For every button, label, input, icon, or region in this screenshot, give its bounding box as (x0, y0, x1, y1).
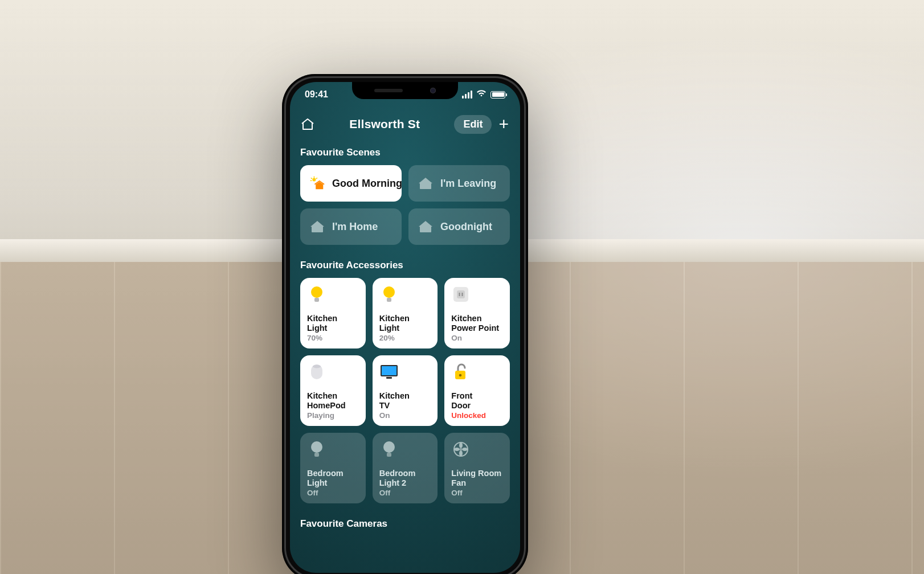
accessory-line1: Bedroom (307, 469, 359, 478)
bulb-off-icon (307, 440, 326, 459)
svg-line-3 (316, 178, 317, 179)
accessory-living-room-fan[interactable]: Living Room Fan Off (444, 433, 510, 503)
scene-good-morning[interactable]: Good Morning (300, 165, 402, 202)
fan-icon (451, 440, 471, 459)
outlet-icon (451, 285, 471, 304)
svg-point-29 (460, 448, 463, 451)
scene-im-leaving[interactable]: I'm Leaving (408, 165, 510, 202)
svg-line-2 (311, 178, 312, 179)
svg-rect-12 (462, 293, 463, 296)
bulb-on-icon (379, 285, 399, 304)
accessory-kitchen-tv[interactable]: Kitchen TV On (373, 355, 438, 426)
accessory-status: 20% (379, 334, 431, 343)
nav-bar: Ellsworth St Edit + (290, 110, 520, 138)
svg-point-20 (311, 441, 322, 453)
scene-label: I'm Home (332, 221, 378, 233)
accessory-line2: Light (379, 323, 431, 333)
accessory-kitchen-light-2[interactable]: Kitchen Light 20% (373, 278, 438, 348)
svg-point-0 (312, 178, 316, 181)
accessory-line2: Light 2 (379, 478, 431, 488)
svg-rect-23 (387, 453, 391, 457)
add-button[interactable]: + (497, 116, 510, 133)
svg-point-19 (459, 374, 462, 377)
accessory-status: On (379, 411, 431, 420)
svg-rect-10 (457, 290, 465, 298)
sunrise-house-icon (309, 175, 325, 191)
person-leaving-house-icon (418, 175, 434, 191)
accessory-line1: Kitchen (307, 391, 359, 401)
svg-point-7 (383, 286, 395, 298)
accessory-bedroom-light[interactable]: Bedroom Light Off (300, 433, 366, 503)
accessory-line2: TV (379, 401, 431, 411)
scene-im-home[interactable]: I'm Home (300, 208, 402, 245)
scene-label: I'm Leaving (440, 178, 496, 190)
home-icon[interactable] (300, 117, 315, 131)
bulb-off-icon (379, 440, 399, 459)
accessory-line2: HomePod (307, 401, 359, 411)
accessories-grid: Kitchen Light 70% Kitchen Light 20% (300, 278, 510, 503)
accessory-status: Off (307, 489, 359, 498)
lock-open-icon (451, 362, 471, 382)
accessory-line2: Light (307, 323, 359, 333)
section-title-cameras: Favourite Cameras (300, 518, 510, 530)
accessory-line1: Kitchen (451, 314, 503, 323)
accessory-line2: Light (307, 478, 359, 488)
accessory-bedroom-light-2[interactable]: Bedroom Light 2 Off (373, 433, 438, 503)
scene-goodnight[interactable]: Goodnight (408, 208, 510, 245)
section-title-scenes: Favourite Scenes (300, 147, 510, 158)
scenes-grid: Good Morning I'm Leaving I'm Home Goodni… (300, 165, 510, 245)
svg-point-27 (454, 448, 460, 451)
status-time: 09:41 (305, 89, 328, 100)
accessory-status: Off (451, 489, 503, 498)
bulb-on-icon (307, 285, 326, 304)
svg-point-14 (313, 365, 321, 368)
accessory-kitchen-power-point[interactable]: Kitchen Power Point On (444, 278, 510, 348)
svg-point-22 (383, 441, 395, 453)
iphone-frame: 09:41 Ellsworth St Edit + Favourite Scen… (282, 74, 528, 574)
svg-rect-8 (387, 298, 391, 302)
cellular-signal-icon (462, 91, 472, 99)
svg-rect-17 (386, 377, 392, 379)
edit-button[interactable]: Edit (454, 115, 492, 134)
accessory-status: Unlocked (451, 411, 503, 420)
homepod-icon (307, 362, 326, 382)
accessory-kitchen-light-1[interactable]: Kitchen Light 70% (300, 278, 366, 348)
home-name-title[interactable]: Ellsworth St (321, 117, 448, 131)
accessory-line1: Kitchen (307, 314, 359, 323)
accessory-line1: Living Room (451, 469, 503, 478)
accessory-front-door[interactable]: Front Door Unlocked (444, 355, 510, 426)
accessory-kitchen-homepod[interactable]: Kitchen HomePod Playing (300, 355, 366, 426)
accessory-line2: Door (451, 401, 503, 411)
scene-label: Good Morning (332, 178, 402, 190)
accessory-status: Playing (307, 411, 359, 420)
accessory-line2: Power Point (451, 323, 503, 333)
moon-house-icon (418, 219, 434, 235)
accessory-status: On (451, 334, 503, 343)
svg-rect-6 (314, 298, 319, 302)
home-app-screen: 09:41 Ellsworth St Edit + Favourite Scen… (290, 82, 520, 573)
svg-point-26 (459, 450, 463, 456)
iphone-notch (352, 82, 458, 99)
accessory-status: Off (379, 489, 431, 498)
svg-point-25 (459, 442, 463, 448)
svg-point-28 (462, 448, 468, 451)
svg-rect-21 (314, 453, 319, 457)
accessory-line1: Kitchen (379, 391, 431, 401)
svg-rect-16 (382, 366, 396, 375)
accessory-status: 70% (307, 334, 359, 343)
battery-icon (490, 91, 505, 99)
person-arriving-house-icon (309, 219, 325, 235)
accessory-line1: Front (451, 391, 503, 401)
scene-label: Goodnight (440, 221, 492, 233)
accessory-line2: Fan (451, 478, 503, 488)
svg-rect-11 (459, 293, 460, 296)
accessory-line1: Bedroom (379, 469, 431, 478)
svg-point-5 (311, 286, 322, 298)
tv-icon (379, 362, 399, 382)
accessory-line1: Kitchen (379, 314, 431, 323)
section-title-accessories: Favourite Accessories (300, 260, 510, 271)
wifi-icon (476, 89, 486, 100)
